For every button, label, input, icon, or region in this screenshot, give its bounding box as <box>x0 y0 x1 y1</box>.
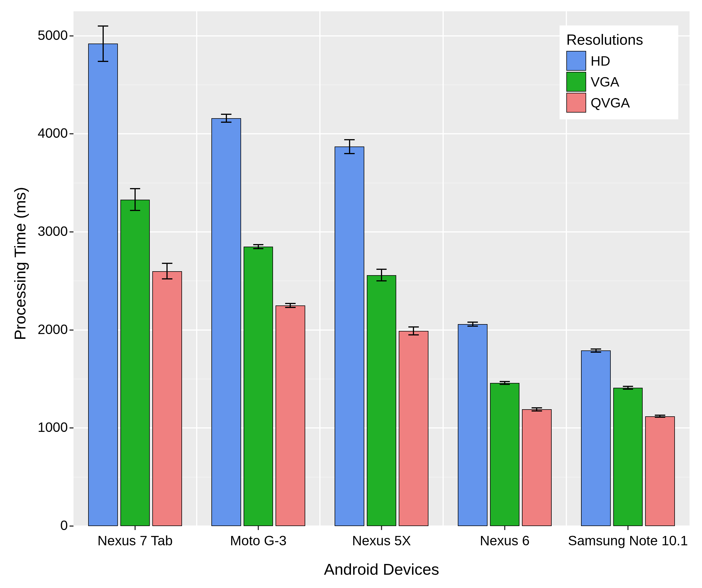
bar-hd <box>335 146 364 526</box>
x-tick-mark <box>627 526 628 530</box>
legend-swatch-qvga <box>566 93 586 113</box>
errorbar-cap <box>162 263 172 264</box>
bar-hd <box>458 324 487 526</box>
legend-item-hd: HD <box>566 51 672 71</box>
errorbar-cap <box>500 381 510 382</box>
gridline-vertical <box>319 11 321 526</box>
errorbar-stem <box>103 26 104 61</box>
x-tick-label: Nexus 7 Tab <box>74 533 197 549</box>
bar-qvga <box>399 331 429 526</box>
errorbar-stem <box>381 269 382 281</box>
errorbar-cap <box>532 407 542 408</box>
x-tick-mark <box>504 526 505 530</box>
errorbar-cap <box>376 269 387 270</box>
bar-vga <box>244 247 273 526</box>
legend: Resolutions HD VGA QVGA <box>560 25 678 119</box>
errorbar-cap <box>344 139 355 140</box>
x-tick-label: Moto G-3 <box>197 533 320 549</box>
errorbar-cap <box>591 349 601 350</box>
errorbar-cap <box>162 278 172 279</box>
y-tick-label: 4000 <box>23 125 68 141</box>
y-tick-label: 0 <box>23 517 68 533</box>
y-tick-mark <box>70 525 74 527</box>
chart-container: Processing Time (ms) Android Devices 010… <box>0 0 702 588</box>
y-tick-label: 2000 <box>23 321 68 337</box>
errorbar-cap <box>532 410 542 411</box>
y-tick-mark <box>70 231 74 232</box>
errorbar-cap <box>253 248 264 249</box>
y-tick-mark <box>70 133 74 134</box>
legend-label-hd: HD <box>591 53 610 69</box>
bar-vga <box>490 383 520 526</box>
bar-vga <box>613 388 643 526</box>
errorbar-cap <box>98 61 108 62</box>
x-tick-label: Nexus 6 <box>443 533 566 549</box>
errorbar-cap <box>655 415 665 416</box>
bar-qvga <box>522 409 552 526</box>
x-tick-label: Samsung Note 10.1 <box>566 533 690 549</box>
y-tick-mark <box>70 427 74 428</box>
y-tick-label: 5000 <box>23 27 68 43</box>
gridline-minor <box>74 183 690 183</box>
y-tick-label: 3000 <box>23 223 68 239</box>
errorbar-stem <box>166 263 167 279</box>
errorbar-cap <box>467 325 478 327</box>
errorbar-cap <box>285 307 296 308</box>
errorbar-cap <box>591 352 601 353</box>
y-tick-mark <box>70 35 74 36</box>
y-axis-label: Processing Time (ms) <box>11 199 29 340</box>
gridline-vertical <box>196 11 197 526</box>
legend-item-qvga: QVGA <box>566 93 672 113</box>
legend-swatch-hd <box>566 51 586 71</box>
bar-hd <box>211 118 241 526</box>
legend-item-vga: VGA <box>566 72 672 92</box>
errorbar-cap <box>98 25 108 26</box>
errorbar-cap <box>408 326 419 327</box>
bar-vga <box>367 275 396 526</box>
gridline-vertical <box>443 11 444 526</box>
legend-swatch-vga <box>566 72 586 92</box>
errorbar-cap <box>344 153 355 154</box>
y-tick-label: 1000 <box>23 419 68 435</box>
errorbar-cap <box>253 244 264 245</box>
errorbar-stem <box>413 327 414 335</box>
x-tick-mark <box>258 526 259 530</box>
x-tick-mark <box>134 526 136 530</box>
legend-title: Resolutions <box>566 31 672 48</box>
bar-hd <box>581 351 611 526</box>
errorbar-cap <box>376 280 387 281</box>
x-axis-label: Android Devices <box>74 560 690 578</box>
errorbar-cap <box>130 188 140 189</box>
errorbar-cap <box>221 122 231 123</box>
bar-qvga <box>645 416 675 526</box>
errorbar-cap <box>623 389 633 390</box>
errorbar-cap <box>221 114 231 115</box>
errorbar-cap <box>623 386 633 387</box>
legend-label-qvga: QVGA <box>591 95 630 111</box>
bar-qvga <box>275 305 305 526</box>
bar-vga <box>120 200 150 526</box>
errorbar-cap <box>285 303 296 304</box>
errorbar-cap <box>467 321 478 323</box>
gridline <box>74 231 690 232</box>
bar-qvga <box>152 271 182 526</box>
errorbar-stem <box>349 140 350 154</box>
y-tick-mark <box>70 329 74 331</box>
errorbar-cap <box>655 417 665 418</box>
legend-label-vga: VGA <box>591 74 619 90</box>
gridline <box>74 133 690 134</box>
bar-hd <box>88 43 118 526</box>
x-tick-label: Nexus 5X <box>320 533 443 549</box>
errorbar-stem <box>226 114 227 122</box>
errorbar-cap <box>500 384 510 385</box>
errorbar-stem <box>134 189 136 210</box>
errorbar-cap <box>408 334 419 335</box>
x-tick-mark <box>381 526 382 530</box>
errorbar-cap <box>130 210 140 211</box>
